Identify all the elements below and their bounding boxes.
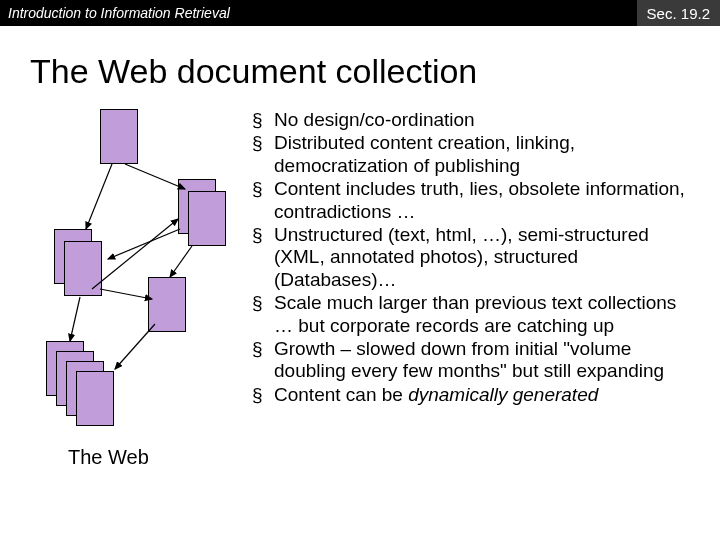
header-right: Sec. 19.2 [637,0,720,26]
diagram-caption: The Web [68,446,149,469]
svg-line-1 [86,164,112,229]
doc-rect [148,277,186,332]
svg-line-2 [108,229,180,259]
svg-line-0 [125,164,185,189]
bullet-item: Unstructured (text, html, …), semi-struc… [252,224,700,291]
bullet-item: Content includes truth, lies, obsolete i… [252,178,700,223]
bullet-list: No design/co-ordinationDistributed conte… [240,109,700,469]
doc-rect [100,109,138,164]
doc-rect [188,191,226,246]
slide-title: The Web document collection [30,52,720,91]
svg-line-6 [70,297,80,341]
header-left: Introduction to Information Retrieval [8,5,230,21]
content-area: The Web No design/co-ordinationDistribut… [0,109,720,469]
doc-rect [64,241,102,296]
doc-rect [76,371,114,426]
bullet-item: No design/co-ordination [252,109,700,131]
bullet-item: Content can be dynamically generated [252,384,700,406]
header-bar: Introduction to Information Retrieval Se… [0,0,720,26]
svg-line-4 [170,246,192,277]
bullet-item: Growth – slowed down from initial "volum… [252,338,700,383]
diagram: The Web [30,109,240,469]
svg-line-5 [100,289,152,299]
bullet-item: Scale much larger than previous text col… [252,292,700,337]
bullet-item: Distributed content creation, linking, d… [252,132,700,177]
